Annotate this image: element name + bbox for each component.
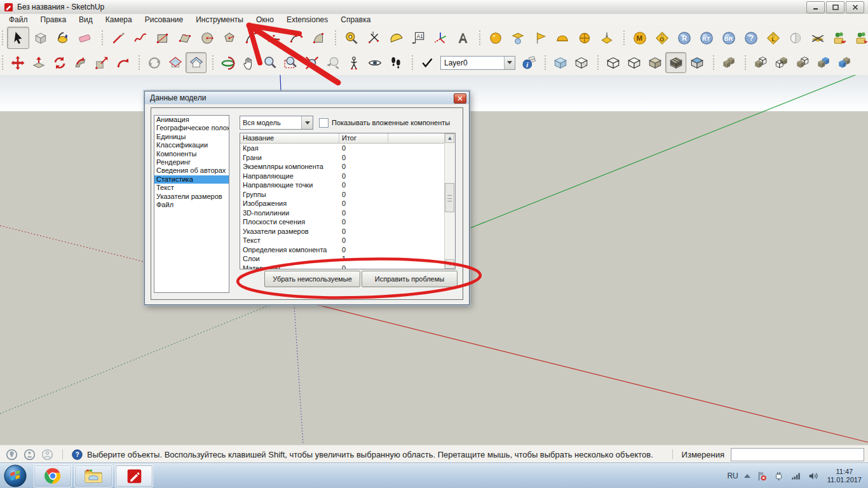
hidden-line-button[interactable] <box>623 52 644 73</box>
sandbox-stamp-button[interactable] <box>595 27 618 49</box>
menu-item-2[interactable]: Правка <box>34 15 73 25</box>
blue-rt-button[interactable]: RT <box>695 27 717 49</box>
speaker-icon[interactable] <box>808 470 819 482</box>
sandbox-from-contours-button[interactable] <box>506 27 529 49</box>
union-button[interactable] <box>750 52 771 73</box>
arc-button[interactable] <box>240 27 262 49</box>
fix-problems-button[interactable]: Исправить проблемы <box>362 271 458 287</box>
zoom-button[interactable] <box>259 52 280 73</box>
3d-text-button[interactable] <box>451 27 473 49</box>
shaded-button[interactable] <box>644 52 665 73</box>
category-list-item[interactable]: Файл <box>154 201 229 209</box>
dialog-title-bar[interactable]: Данные модели <box>145 92 469 104</box>
category-list-item[interactable]: Географическое положение <box>154 124 229 132</box>
section-rotate-button[interactable] <box>144 52 165 73</box>
menu-item-3[interactable]: Вид <box>72 15 99 25</box>
table-scrollbar[interactable] <box>444 133 455 269</box>
menu-item-5[interactable]: Рисование <box>139 15 189 25</box>
taskbar-chrome-button[interactable] <box>34 464 72 487</box>
table-row[interactable]: Слои1 <box>240 254 445 264</box>
scrollbar-thumb[interactable] <box>445 183 454 212</box>
blue-br-button[interactable]: BR <box>717 27 740 49</box>
sandbox-sphere-grid-button[interactable] <box>573 27 595 49</box>
table-row[interactable]: Плоскости сечения0 <box>240 217 445 227</box>
dialog-close-button[interactable] <box>454 93 466 104</box>
tag-l-button[interactable]: L <box>762 27 784 49</box>
back-edges-button[interactable] <box>571 52 592 73</box>
three-point-arc-button[interactable] <box>285 27 307 49</box>
menu-item-4[interactable]: Камера <box>99 15 139 25</box>
layer-info-button[interactable]: i <box>518 52 539 73</box>
pie-button[interactable] <box>307 27 329 49</box>
category-list-item[interactable]: Анимация <box>154 116 229 124</box>
two-point-arc-button[interactable] <box>262 27 285 49</box>
tag-o-button[interactable]: O <box>651 27 673 49</box>
section-plane-button[interactable] <box>165 52 186 73</box>
text-button[interactable]: A1 <box>407 27 429 49</box>
category-list-item[interactable]: Рендеринг <box>154 158 229 166</box>
white-sphere-button[interactable] <box>784 27 806 49</box>
make-component-button[interactable] <box>29 27 51 49</box>
crossed-lines-button[interactable] <box>806 27 829 49</box>
layer-select[interactable]: Layer0 <box>440 56 515 70</box>
table-row[interactable]: Экземпляры компонента0 <box>240 162 445 172</box>
eraser-button[interactable] <box>74 27 96 49</box>
category-list-item[interactable]: Указатели размеров <box>154 193 229 201</box>
scope-dropdown[interactable]: Вся модель <box>240 116 313 130</box>
zoom-extents-button[interactable] <box>301 52 322 73</box>
table-column-header[interactable]: Итог <box>339 133 388 144</box>
zoom-window-button[interactable] <box>280 52 301 73</box>
previous-view-button[interactable] <box>322 52 343 73</box>
position-camera-button[interactable] <box>343 52 364 73</box>
network-signal-icon[interactable] <box>790 470 802 482</box>
geolocation-icon[interactable] <box>5 448 18 461</box>
menu-item-8[interactable]: Extensiones <box>280 15 334 25</box>
table-row[interactable]: Текст0 <box>240 236 445 245</box>
scroll-down-button[interactable] <box>445 259 454 269</box>
select-button[interactable] <box>7 27 29 49</box>
table-row[interactable]: Определения компонента0 <box>240 245 445 255</box>
intersect-button[interactable] <box>813 52 834 73</box>
layer-visibility-check-button[interactable] <box>417 52 438 73</box>
sandbox-flag-button[interactable] <box>529 27 551 49</box>
table-row[interactable]: Направляющие точки0 <box>240 180 445 190</box>
menu-item-7[interactable]: Окно <box>250 15 280 25</box>
offset-button[interactable] <box>112 52 133 73</box>
metric-m-button[interactable]: M <box>628 27 651 49</box>
circle-button[interactable] <box>196 27 218 49</box>
shaded-textures-button[interactable] <box>665 52 686 73</box>
pan-button[interactable] <box>238 52 259 73</box>
category-list-item[interactable]: Текст <box>154 184 229 192</box>
table-row[interactable]: Края0 <box>240 144 445 153</box>
help-icon[interactable]: ? <box>71 449 83 461</box>
rotate-button[interactable] <box>49 52 70 73</box>
table-row[interactable]: Группы0 <box>240 190 445 200</box>
language-indicator[interactable]: RU <box>727 471 738 480</box>
scale-button[interactable] <box>91 52 112 73</box>
table-row[interactable]: Указатели размеров0 <box>240 227 445 236</box>
paint-bucket-button[interactable] <box>51 27 74 49</box>
layer-dropdown-arrow[interactable] <box>504 57 515 69</box>
taskbar-sketchup-button[interactable] <box>115 464 153 487</box>
orbit-button[interactable] <box>217 52 238 73</box>
show-nested-components-checkbox[interactable] <box>319 118 329 128</box>
category-list-item[interactable]: Сведения об авторах <box>154 166 229 175</box>
dropdown-arrow-button[interactable] <box>301 116 313 129</box>
split-button[interactable] <box>834 52 855 73</box>
show-hidden-icons-button[interactable] <box>744 474 750 478</box>
subtract-button[interactable] <box>771 52 792 73</box>
taskbar-explorer-button[interactable] <box>74 464 112 487</box>
menu-item-9[interactable]: Справка <box>334 15 377 25</box>
protractor-button[interactable] <box>384 27 407 49</box>
category-list-item-selected[interactable]: Статистика <box>154 175 229 184</box>
dimensions-button[interactable]: 3 <box>362 27 384 49</box>
monochrome-button[interactable] <box>686 52 707 73</box>
category-list-item[interactable]: Единицы <box>154 133 229 141</box>
tape-measure-button[interactable] <box>340 27 362 49</box>
push-pull-button[interactable] <box>28 52 49 73</box>
table-row[interactable]: Изображения0 <box>240 199 445 208</box>
maximize-button[interactable] <box>826 1 844 13</box>
table-column-header[interactable] <box>388 133 445 144</box>
rotated-rectangle-button[interactable] <box>173 27 196 49</box>
trim-button[interactable] <box>792 52 813 73</box>
